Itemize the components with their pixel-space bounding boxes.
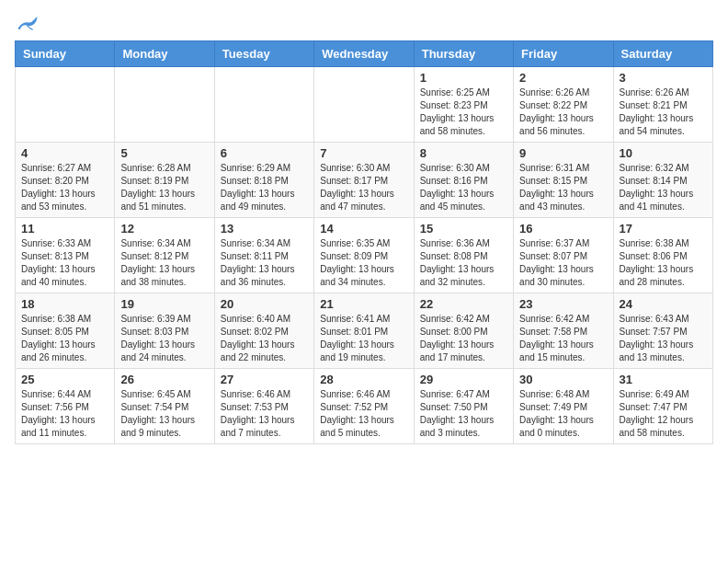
day-number: 6 (221, 146, 308, 160)
page-header (15, 15, 713, 33)
day-info: Sunrise: 6:38 AM Sunset: 8:06 PM Dayligh… (620, 237, 707, 289)
day-info: Sunrise: 6:47 AM Sunset: 7:50 PM Dayligh… (420, 388, 507, 440)
day-info: Sunrise: 6:25 AM Sunset: 8:23 PM Dayligh… (420, 86, 507, 138)
calendar-cell: 4Sunrise: 6:27 AM Sunset: 8:20 PM Daylig… (16, 143, 115, 218)
calendar-week-row: 1Sunrise: 6:25 AM Sunset: 8:23 PM Daylig… (16, 67, 713, 143)
calendar-header-tuesday: Tuesday (214, 41, 313, 67)
day-number: 19 (120, 297, 208, 311)
calendar-cell: 5Sunrise: 6:28 AM Sunset: 8:19 PM Daylig… (115, 143, 214, 218)
day-number: 5 (120, 146, 208, 160)
day-number: 13 (221, 222, 308, 236)
calendar-cell: 26Sunrise: 6:45 AM Sunset: 7:54 PM Dayli… (115, 369, 214, 444)
day-number: 31 (620, 373, 707, 386)
day-number: 1 (420, 71, 507, 85)
day-info: Sunrise: 6:28 AM Sunset: 8:19 PM Dayligh… (120, 162, 208, 213)
day-number: 21 (320, 297, 407, 311)
day-info: Sunrise: 6:30 AM Sunset: 8:16 PM Dayligh… (420, 162, 507, 213)
day-number: 28 (320, 373, 407, 386)
calendar-header-monday: Monday (115, 41, 214, 67)
calendar-cell: 18Sunrise: 6:38 AM Sunset: 8:05 PM Dayli… (16, 293, 115, 369)
day-info: Sunrise: 6:48 AM Sunset: 7:49 PM Dayligh… (519, 388, 607, 440)
day-number: 9 (519, 146, 607, 160)
day-number: 23 (519, 297, 607, 311)
day-info: Sunrise: 6:26 AM Sunset: 8:22 PM Dayligh… (519, 86, 607, 138)
day-number: 4 (21, 146, 108, 160)
day-info: Sunrise: 6:36 AM Sunset: 8:08 PM Dayligh… (420, 237, 507, 289)
calendar-cell: 12Sunrise: 6:34 AM Sunset: 8:12 PM Dayli… (115, 218, 214, 293)
calendar-week-row: 4Sunrise: 6:27 AM Sunset: 8:20 PM Daylig… (16, 143, 713, 218)
day-number: 16 (519, 222, 607, 236)
logo (15, 15, 39, 33)
day-number: 26 (120, 373, 208, 386)
calendar-cell (16, 67, 115, 143)
calendar-cell: 20Sunrise: 6:40 AM Sunset: 8:02 PM Dayli… (214, 293, 313, 369)
calendar-header-row: SundayMondayTuesdayWednesdayThursdayFrid… (16, 41, 713, 67)
day-number: 14 (320, 222, 407, 236)
day-info: Sunrise: 6:27 AM Sunset: 8:20 PM Dayligh… (21, 162, 108, 213)
calendar-table: SundayMondayTuesdayWednesdayThursdayFrid… (15, 40, 713, 444)
calendar-header-thursday: Thursday (414, 41, 513, 67)
calendar-cell: 13Sunrise: 6:34 AM Sunset: 8:11 PM Dayli… (214, 218, 313, 293)
calendar-cell: 11Sunrise: 6:33 AM Sunset: 8:13 PM Dayli… (16, 218, 115, 293)
day-info: Sunrise: 6:43 AM Sunset: 7:57 PM Dayligh… (620, 313, 707, 364)
day-info: Sunrise: 6:46 AM Sunset: 7:52 PM Dayligh… (320, 388, 407, 440)
calendar-cell (214, 67, 313, 143)
calendar-cell: 8Sunrise: 6:30 AM Sunset: 8:16 PM Daylig… (414, 143, 513, 218)
calendar-cell: 10Sunrise: 6:32 AM Sunset: 8:14 PM Dayli… (613, 143, 712, 218)
calendar-cell: 3Sunrise: 6:26 AM Sunset: 8:21 PM Daylig… (613, 67, 712, 143)
day-number: 29 (420, 373, 507, 386)
day-number: 27 (221, 373, 308, 386)
calendar-cell: 30Sunrise: 6:48 AM Sunset: 7:49 PM Dayli… (514, 369, 613, 444)
calendar-header-wednesday: Wednesday (314, 41, 414, 67)
day-number: 25 (21, 373, 108, 386)
calendar-cell: 19Sunrise: 6:39 AM Sunset: 8:03 PM Dayli… (115, 293, 214, 369)
calendar-cell (314, 67, 414, 143)
day-number: 10 (620, 146, 707, 160)
day-info: Sunrise: 6:32 AM Sunset: 8:14 PM Dayligh… (620, 162, 707, 213)
day-info: Sunrise: 6:42 AM Sunset: 8:00 PM Dayligh… (420, 313, 507, 364)
day-info: Sunrise: 6:31 AM Sunset: 8:15 PM Dayligh… (519, 162, 607, 213)
day-number: 3 (620, 71, 707, 85)
calendar-cell: 21Sunrise: 6:41 AM Sunset: 8:01 PM Dayli… (314, 293, 414, 369)
day-info: Sunrise: 6:40 AM Sunset: 8:02 PM Dayligh… (221, 313, 308, 364)
day-info: Sunrise: 6:26 AM Sunset: 8:21 PM Dayligh… (620, 86, 707, 138)
day-info: Sunrise: 6:37 AM Sunset: 8:07 PM Dayligh… (519, 237, 607, 289)
calendar-header-saturday: Saturday (613, 41, 712, 67)
calendar-week-row: 11Sunrise: 6:33 AM Sunset: 8:13 PM Dayli… (16, 218, 713, 293)
day-number: 7 (320, 146, 407, 160)
day-number: 15 (420, 222, 507, 236)
day-info: Sunrise: 6:41 AM Sunset: 8:01 PM Dayligh… (320, 313, 407, 364)
day-number: 8 (420, 146, 507, 160)
calendar-cell: 24Sunrise: 6:43 AM Sunset: 7:57 PM Dayli… (613, 293, 712, 369)
calendar-cell: 1Sunrise: 6:25 AM Sunset: 8:23 PM Daylig… (414, 67, 513, 143)
day-info: Sunrise: 6:45 AM Sunset: 7:54 PM Dayligh… (120, 388, 208, 440)
day-info: Sunrise: 6:39 AM Sunset: 8:03 PM Dayligh… (120, 313, 208, 364)
logo-bird-icon (17, 15, 39, 33)
calendar-cell: 17Sunrise: 6:38 AM Sunset: 8:06 PM Dayli… (613, 218, 712, 293)
calendar-cell: 28Sunrise: 6:46 AM Sunset: 7:52 PM Dayli… (314, 369, 414, 444)
calendar-cell: 9Sunrise: 6:31 AM Sunset: 8:15 PM Daylig… (514, 143, 613, 218)
day-info: Sunrise: 6:38 AM Sunset: 8:05 PM Dayligh… (21, 313, 108, 364)
calendar-cell: 15Sunrise: 6:36 AM Sunset: 8:08 PM Dayli… (414, 218, 513, 293)
day-info: Sunrise: 6:34 AM Sunset: 8:11 PM Dayligh… (221, 237, 308, 289)
calendar-cell: 31Sunrise: 6:49 AM Sunset: 7:47 PM Dayli… (613, 369, 712, 444)
day-number: 22 (420, 297, 507, 311)
day-info: Sunrise: 6:34 AM Sunset: 8:12 PM Dayligh… (120, 237, 208, 289)
calendar-cell: 6Sunrise: 6:29 AM Sunset: 8:18 PM Daylig… (214, 143, 313, 218)
day-number: 17 (620, 222, 707, 236)
day-number: 20 (221, 297, 308, 311)
calendar-cell: 16Sunrise: 6:37 AM Sunset: 8:07 PM Dayli… (514, 218, 613, 293)
day-number: 12 (120, 222, 208, 236)
calendar-week-row: 25Sunrise: 6:44 AM Sunset: 7:56 PM Dayli… (16, 369, 713, 444)
calendar-week-row: 18Sunrise: 6:38 AM Sunset: 8:05 PM Dayli… (16, 293, 713, 369)
day-number: 18 (21, 297, 108, 311)
calendar-cell: 22Sunrise: 6:42 AM Sunset: 8:00 PM Dayli… (414, 293, 513, 369)
day-info: Sunrise: 6:46 AM Sunset: 7:53 PM Dayligh… (221, 388, 308, 440)
calendar-header-friday: Friday (514, 41, 613, 67)
day-info: Sunrise: 6:42 AM Sunset: 7:58 PM Dayligh… (519, 313, 607, 364)
day-number: 30 (519, 373, 607, 386)
calendar-cell: 27Sunrise: 6:46 AM Sunset: 7:53 PM Dayli… (214, 369, 313, 444)
day-number: 2 (519, 71, 607, 85)
day-number: 11 (21, 222, 108, 236)
day-number: 24 (620, 297, 707, 311)
